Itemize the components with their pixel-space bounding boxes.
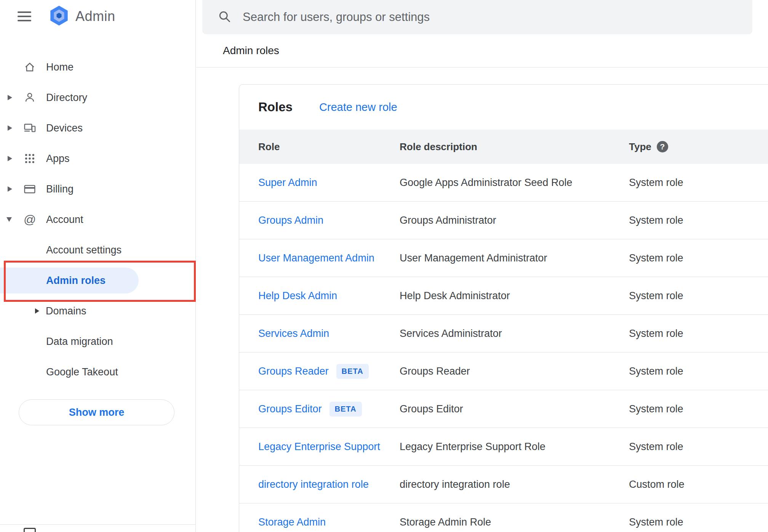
admin-hexagon-logo-icon <box>49 5 69 27</box>
role-link[interactable]: User Management Admin <box>258 252 374 264</box>
role-description: Google Apps Administrator Seed Role <box>400 177 629 189</box>
sidebar-item-apps[interactable]: Apps <box>0 143 195 174</box>
question-mark-help-icon[interactable] <box>657 141 668 152</box>
roles-card: Roles Create new role Role Role descript… <box>239 84 768 532</box>
home-icon <box>24 61 46 73</box>
chevron-right-icon[interactable] <box>35 308 39 314</box>
sidebar-item-google-takeout[interactable]: Google Takeout <box>0 357 195 387</box>
role-type: System role <box>629 365 768 377</box>
chevron-down-icon[interactable] <box>6 217 12 222</box>
role-description: Groups Editor <box>400 403 629 415</box>
search-input[interactable] <box>243 6 752 29</box>
show-more-button[interactable]: Show more <box>19 399 174 425</box>
role-type: System role <box>629 441 768 453</box>
role-link[interactable]: Groups Reader <box>258 365 329 377</box>
role-type: System role <box>629 516 768 528</box>
devices-icon <box>24 122 46 134</box>
role-link[interactable]: Groups Editor <box>258 403 322 415</box>
role-type: System role <box>629 403 768 415</box>
sidebar-item-devices[interactable]: Devices <box>0 113 195 143</box>
sidebar-item-label: Home <box>46 61 74 73</box>
sidebar-item-home[interactable]: Home <box>0 52 195 82</box>
sidebar-item-account-settings[interactable]: Account settings <box>0 235 195 265</box>
sidebar-item-label: Account <box>46 214 83 226</box>
sidebar-item-label: Domains <box>46 305 86 317</box>
role-description: User Management Administrator <box>400 252 629 264</box>
sidebar-item-domains[interactable]: Domains <box>0 296 195 326</box>
sidebar-item-admin-roles[interactable]: Admin roles <box>0 268 139 293</box>
table-row: Help Desk Admin Help Desk Administrator … <box>239 277 768 315</box>
person-icon <box>24 91 46 104</box>
brand-logo[interactable]: Admin <box>49 5 115 27</box>
sidebar-item-label: Directory <box>46 92 87 104</box>
role-description: Legacy Enterprise Support Role <box>400 441 629 453</box>
create-new-role-link[interactable]: Create new role <box>319 101 397 114</box>
header-divider <box>196 67 768 67</box>
column-header-type: Type <box>629 141 651 153</box>
at-sign-icon <box>24 213 36 227</box>
column-header-description: Role description <box>400 141 629 153</box>
sidebar-item-billing[interactable]: Billing <box>0 174 195 204</box>
role-description: directory integration role <box>400 479 629 490</box>
search-bar <box>202 0 752 34</box>
beta-badge: BETA <box>330 402 362 417</box>
sidebar-nav: Home Directory Devices <box>0 52 195 387</box>
role-type: System role <box>629 215 768 226</box>
beta-badge: BETA <box>336 364 369 379</box>
role-link[interactable]: directory integration role <box>258 479 369 490</box>
brand-title: Admin <box>75 8 115 24</box>
sidebar-item-label: Google Takeout <box>46 366 118 378</box>
hamburger-menu-icon[interactable] <box>18 11 31 21</box>
credit-card-icon <box>24 183 46 195</box>
breadcrumb: Admin roles <box>223 34 279 67</box>
table-row: Groups Admin Groups Administrator System… <box>239 202 768 239</box>
sidebar-item-label: Apps <box>46 153 70 165</box>
roles-card-header: Roles Create new role <box>239 85 768 130</box>
page-title: Roles <box>258 100 293 114</box>
table-row: Super Admin Google Apps Administrator Se… <box>239 164 768 202</box>
sidebar-item-label: Account settings <box>46 244 122 256</box>
sidebar-item-label: Data migration <box>46 336 113 348</box>
sidebar-bottom-divider <box>0 524 196 525</box>
chevron-right-icon[interactable] <box>8 95 12 100</box>
sidebar-item-directory[interactable]: Directory <box>0 82 195 113</box>
table-row: Storage Admin Storage Admin Role System … <box>239 503 768 532</box>
role-type: System role <box>629 290 768 302</box>
role-link[interactable]: Legacy Enterprise Support <box>258 441 380 453</box>
chevron-right-icon[interactable] <box>8 156 12 161</box>
table-row: Groups ReaderBETA Groups Reader System r… <box>239 353 768 390</box>
sidebar-header: Admin <box>0 0 195 33</box>
apps-grid-icon <box>24 152 46 165</box>
role-type: System role <box>629 328 768 340</box>
role-description: Services Administrator <box>400 328 629 340</box>
search-icon <box>218 10 231 25</box>
table-row: directory integration role directory int… <box>239 466 768 503</box>
sidebar-item-label: Billing <box>46 183 74 195</box>
sidebar-item-label: Devices <box>46 122 83 134</box>
role-type: System role <box>629 177 768 189</box>
role-link[interactable]: Services Admin <box>258 328 329 340</box>
role-link[interactable]: Storage Admin <box>258 516 326 528</box>
sidebar-item-data-migration[interactable]: Data migration <box>0 326 195 357</box>
role-description: Groups Reader <box>400 365 629 377</box>
column-header-role: Role <box>258 141 400 153</box>
sidebar-item-account[interactable]: Account <box>0 204 195 235</box>
role-link[interactable]: Help Desk Admin <box>258 290 337 302</box>
table-header: Role Role description Type <box>239 130 768 164</box>
table-row: Services Admin Services Administrator Sy… <box>239 315 768 353</box>
sidebar: Admin Home Directory <box>0 0 196 532</box>
role-link[interactable]: Super Admin <box>258 177 317 189</box>
role-type: Custom role <box>629 479 768 490</box>
chevron-right-icon[interactable] <box>8 186 12 192</box>
table-row: User Management Admin User Management Ad… <box>239 239 768 277</box>
sidebar-item-label: Admin roles <box>46 275 106 287</box>
role-type: System role <box>629 252 768 264</box>
role-description: Storage Admin Role <box>400 516 629 528</box>
table-row: Legacy Enterprise Support Legacy Enterpr… <box>239 428 768 466</box>
chevron-right-icon[interactable] <box>8 125 12 131</box>
role-description: Help Desk Administrator <box>400 290 629 302</box>
role-link[interactable]: Groups Admin <box>258 215 323 226</box>
role-description: Groups Administrator <box>400 215 629 226</box>
table-row: Groups EditorBETA Groups Editor System r… <box>239 390 768 428</box>
partial-bottom-icon <box>24 528 36 532</box>
